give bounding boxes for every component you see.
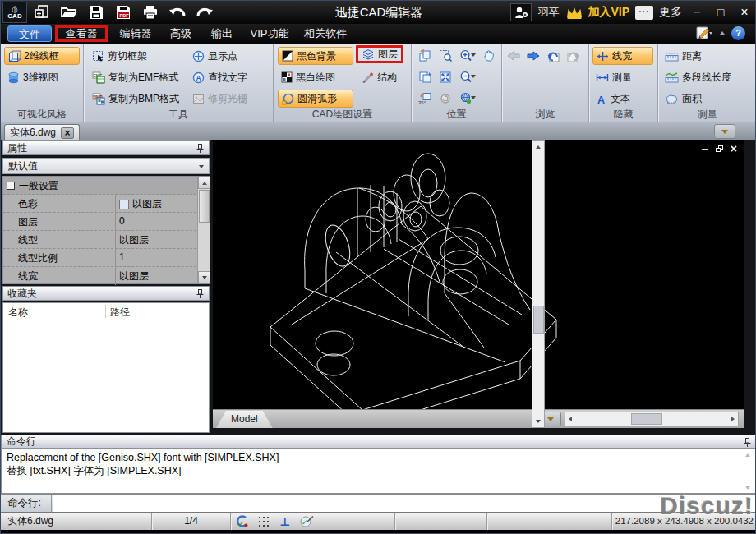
command-input[interactable] (53, 495, 756, 512)
copy-view-button[interactable] (415, 67, 435, 87)
property-row[interactable]: 色彩 以图层 (3, 195, 209, 213)
zoom-out-dropdown-icon[interactable] (471, 75, 476, 78)
property-row[interactable]: 线型 以图层 (3, 231, 209, 249)
menu-file[interactable]: 文件 (7, 25, 52, 42)
collapse-minus-icon[interactable] (7, 182, 15, 190)
command-history[interactable]: Replacement of the [Geniso.SHX] font wit… (1, 449, 756, 494)
tab-list-dropdown-button[interactable] (714, 124, 735, 139)
grid-toggle-icon[interactable] (256, 514, 272, 529)
fit-extents-button[interactable] (436, 67, 455, 87)
property-row[interactable]: 线宽 以图层 (3, 267, 209, 285)
print-button[interactable] (141, 3, 160, 21)
button-text[interactable]: A 文本 (592, 90, 653, 108)
button-clip-frame[interactable]: 剪切框架 (89, 47, 150, 65)
canvas-restore-icon[interactable] (716, 145, 723, 152)
property-group-row[interactable]: 一般设置 (3, 177, 209, 195)
edit-pencil-icon[interactable] (695, 25, 713, 40)
command-panel-header[interactable]: 命令行 (1, 435, 756, 449)
button-2d-wireframe[interactable]: 2维线框 (4, 47, 80, 65)
scroll-left-icon[interactable] (569, 417, 572, 421)
menu-editor[interactable]: 编辑器 (114, 25, 157, 42)
menu-related-software[interactable]: 相关软件 (300, 25, 351, 42)
object-snap-toggle-icon[interactable]: ✓ (234, 514, 251, 529)
button-distance[interactable]: 距离 (662, 47, 705, 65)
button-bw-drawing[interactable]: 黑白绘图 (278, 68, 353, 86)
horizontal-scrollbar[interactable] (565, 412, 739, 426)
document-tab[interactable]: 实体6.dwg × (4, 124, 80, 140)
properties-panel-header[interactable]: 属性 (2, 140, 210, 155)
open-file-button[interactable] (59, 3, 79, 21)
undo-button[interactable] (168, 3, 187, 21)
menu-viewer[interactable]: 查看器 (55, 25, 108, 42)
scrollbar-thumb[interactable] (631, 413, 662, 425)
button-copy-emf[interactable]: EMF 复制为EMF格式 (89, 68, 182, 86)
property-grid-scrollbar[interactable] (197, 177, 210, 283)
ortho-toggle-icon[interactable]: ⊥ (277, 514, 293, 529)
document-tab-close-icon[interactable]: × (61, 127, 74, 139)
menu-vip-features[interactable]: VIP功能 (246, 25, 293, 42)
canvas-minimize-icon[interactable]: ─ (702, 144, 708, 154)
scroll-down-button[interactable] (198, 271, 210, 283)
favorites-panel-header[interactable]: 收藏夹 (2, 286, 210, 301)
button-3d-view[interactable]: 3维视图 (4, 68, 80, 86)
help-button[interactable]: ? (731, 26, 745, 40)
color-swatch[interactable] (119, 200, 129, 209)
scroll-up-icon[interactable] (745, 453, 750, 457)
button-polyline-length[interactable]: 多段线长度 (662, 68, 735, 86)
user-account-button[interactable] (510, 3, 532, 21)
view-undo-button[interactable] (543, 46, 563, 66)
minimize-button[interactable]: − (688, 2, 706, 23)
button-measure[interactable]: 测量 (592, 68, 653, 86)
property-row[interactable]: 线型比例 1 (3, 249, 209, 267)
save-button[interactable] (86, 3, 106, 21)
vertical-scrollbar[interactable] (532, 140, 545, 428)
save-as-pdf-button[interactable]: PDF (113, 3, 133, 21)
scroll-up-button[interactable] (198, 177, 210, 189)
scroll-right-icon[interactable] (731, 417, 735, 421)
zoom-window-button[interactable] (436, 46, 455, 66)
button-area[interactable]: 面积 (662, 90, 705, 108)
username-label[interactable]: 羽卒 (537, 5, 559, 20)
sketch-toggle-icon[interactable]: ✓ (298, 514, 315, 529)
more-options-icon[interactable]: ··· (635, 6, 653, 20)
drawing-canvas[interactable]: ─ × (213, 140, 744, 409)
menu-advanced[interactable]: 高级 (164, 25, 198, 42)
redo-button[interactable] (195, 3, 214, 21)
properties-preset-select[interactable]: 默认值 (2, 158, 210, 174)
pin-icon[interactable] (742, 437, 753, 448)
close-button[interactable]: × (735, 2, 754, 23)
scroll-down-icon[interactable] (745, 486, 750, 490)
more-button[interactable]: 更多 (659, 5, 682, 20)
collapse-ribbon-icon[interactable] (720, 31, 725, 35)
zoom-global-dropdown-icon[interactable] (471, 96, 476, 99)
pin-icon[interactable] (195, 143, 205, 154)
canvas-close-icon[interactable]: × (731, 144, 737, 154)
button-line-width[interactable]: 线宽 (592, 47, 653, 65)
favorites-column-name[interactable]: 名称 (8, 306, 28, 320)
pan-button[interactable] (479, 46, 499, 66)
view-forward-button[interactable] (523, 46, 543, 66)
rotate-view-button[interactable] (415, 46, 435, 66)
button-black-background[interactable]: 黑色背景 (278, 47, 353, 65)
scroll-up-icon[interactable] (536, 145, 541, 149)
new-file-button[interactable] (32, 3, 52, 21)
favorites-column-path[interactable]: 路径 (110, 306, 130, 320)
scrollbar-thumb[interactable] (199, 190, 210, 223)
menu-output[interactable]: 输出 (205, 25, 239, 42)
button-structure[interactable]: 结构 (358, 68, 400, 86)
scroll-down-icon[interactable] (536, 420, 541, 423)
join-vip-button[interactable]: 加入VIP (565, 5, 629, 20)
zoom-in-dropdown-icon[interactable] (471, 53, 476, 57)
maximize-button[interactable]: □ (712, 2, 730, 23)
pin-icon[interactable] (195, 288, 205, 299)
command-history-scrollbar[interactable] (742, 451, 754, 492)
button-copy-bmp[interactable]: BMP 复制为BMP格式 (89, 90, 182, 108)
button-find-text[interactable]: A 查找文字 (189, 68, 251, 86)
rotate-35-button[interactable]: 35° (415, 89, 435, 108)
favorites-list[interactable] (2, 320, 210, 433)
button-show-points[interactable]: 显示点 (189, 47, 241, 65)
scrollbar-thumb[interactable] (533, 306, 544, 334)
app-logo[interactable]: CAD (2, 2, 27, 23)
model-tab[interactable]: Model (216, 411, 273, 428)
property-row[interactable]: 图层 0 (3, 213, 209, 231)
